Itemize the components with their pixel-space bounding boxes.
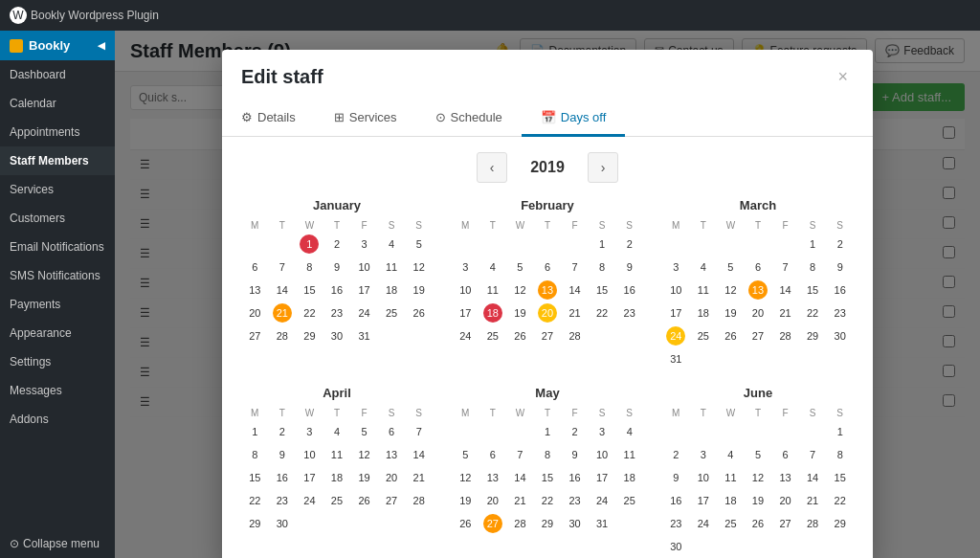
calendar-day[interactable]: 9 [269, 443, 297, 466]
calendar-day[interactable]: 29 [826, 512, 854, 535]
calendar-day[interactable]: 13 [241, 279, 269, 301]
calendar-day[interactable]: 1 [296, 233, 323, 256]
calendar-day[interactable]: 14 [771, 279, 799, 301]
calendar-day[interactable]: 18 [378, 279, 406, 301]
calendar-day[interactable]: 27 [534, 324, 562, 347]
calendar-day[interactable]: 28 [771, 324, 799, 347]
calendar-day[interactable]: 21 [405, 466, 433, 489]
calendar-day[interactable]: 14 [269, 279, 297, 301]
calendar-day[interactable]: 5 [717, 256, 745, 279]
calendar-day[interactable]: 8 [799, 256, 827, 279]
calendar-day[interactable]: 1 [534, 420, 562, 443]
calendar-day[interactable]: 17 [452, 301, 479, 324]
calendar-day[interactable]: 5 [745, 443, 772, 466]
calendar-day[interactable]: 11 [717, 466, 745, 489]
calendar-day[interactable]: 24 [662, 324, 690, 347]
calendar-day[interactable]: 26 [745, 512, 772, 535]
calendar-day[interactable]: 2 [662, 443, 690, 466]
calendar-day[interactable]: 29 [296, 324, 323, 347]
tab-details[interactable]: ⚙ Details [222, 100, 315, 137]
calendar-day[interactable]: 3 [452, 256, 479, 279]
calendar-day[interactable]: 9 [561, 443, 589, 466]
sidebar-brand[interactable]: Bookly ◀ [0, 31, 115, 60]
calendar-day[interactable]: 30 [323, 324, 351, 347]
calendar-day[interactable]: 8 [534, 443, 562, 466]
calendar-day[interactable]: 26 [506, 324, 534, 347]
calendar-day[interactable]: 25 [717, 512, 745, 535]
calendar-day[interactable]: 19 [745, 489, 772, 512]
calendar-day[interactable]: 27 [378, 489, 406, 512]
calendar-day[interactable]: 12 [717, 279, 745, 301]
calendar-day[interactable]: 12 [745, 466, 772, 489]
calendar-day[interactable]: 27 [771, 512, 799, 535]
calendar-day[interactable]: 16 [323, 279, 351, 301]
calendar-day[interactable]: 12 [405, 256, 433, 279]
calendar-day[interactable]: 18 [323, 466, 351, 489]
calendar-day[interactable]: 28 [799, 512, 827, 535]
calendar-day[interactable]: 26 [717, 324, 745, 347]
calendar-day[interactable]: 9 [615, 256, 643, 279]
calendar-day[interactable]: 24 [296, 489, 323, 512]
sidebar-collapse-menu[interactable]: ⊙ Collapse menu [0, 529, 115, 558]
calendar-day[interactable]: 29 [799, 324, 827, 347]
calendar-day[interactable]: 5 [506, 256, 534, 279]
calendar-day[interactable]: 9 [323, 256, 351, 279]
calendar-day[interactable]: 31 [589, 512, 616, 535]
calendar-day[interactable]: 11 [378, 256, 406, 279]
calendar-day[interactable]: 17 [296, 466, 323, 489]
calendar-day[interactable]: 6 [771, 443, 799, 466]
tab-schedule[interactable]: ⊙ Schedule [416, 100, 522, 137]
calendar-day[interactable]: 23 [323, 301, 351, 324]
calendar-day[interactable]: 11 [690, 279, 718, 301]
calendar-day[interactable]: 20 [745, 301, 772, 324]
calendar-day[interactable]: 25 [378, 301, 406, 324]
calendar-day[interactable]: 14 [405, 443, 433, 466]
calendar-day[interactable]: 22 [589, 301, 616, 324]
calendar-day[interactable]: 6 [378, 420, 406, 443]
calendar-day[interactable]: 7 [506, 443, 534, 466]
sidebar-item-customers[interactable]: Customers [0, 204, 115, 233]
calendar-day[interactable]: 22 [799, 301, 827, 324]
calendar-day[interactable]: 17 [690, 489, 718, 512]
calendar-day[interactable]: 10 [296, 443, 323, 466]
calendar-day[interactable]: 29 [534, 512, 562, 535]
calendar-day[interactable]: 28 [561, 324, 589, 347]
calendar-day[interactable]: 21 [771, 301, 799, 324]
calendar-day[interactable]: 21 [561, 301, 589, 324]
sidebar-item-email-notifications[interactable]: Email Notifications [0, 233, 115, 261]
calendar-day[interactable]: 23 [561, 489, 589, 512]
calendar-day[interactable]: 16 [269, 466, 297, 489]
calendar-day[interactable]: 17 [589, 466, 616, 489]
calendar-day[interactable]: 4 [615, 420, 643, 443]
calendar-day[interactable]: 20 [534, 301, 562, 324]
calendar-day[interactable]: 29 [241, 512, 269, 535]
modal-close-button[interactable]: × [832, 65, 854, 89]
calendar-day[interactable]: 16 [662, 489, 690, 512]
calendar-day[interactable]: 1 [589, 233, 616, 256]
calendar-day[interactable]: 19 [452, 489, 479, 512]
calendar-day[interactable]: 16 [615, 279, 643, 301]
calendar-day[interactable]: 25 [479, 324, 507, 347]
calendar-day[interactable]: 20 [378, 466, 406, 489]
calendar-day[interactable]: 15 [826, 466, 854, 489]
calendar-day[interactable]: 8 [589, 256, 616, 279]
sidebar-item-staff-members[interactable]: Staff Members [0, 146, 115, 175]
calendar-day[interactable]: 30 [826, 324, 854, 347]
calendar-day[interactable]: 28 [269, 324, 297, 347]
calendar-day[interactable]: 1 [799, 233, 827, 256]
sidebar-item-sms-notifications[interactable]: SMS Notifications [0, 261, 115, 290]
calendar-day[interactable]: 24 [350, 301, 378, 324]
calendar-day[interactable]: 14 [799, 466, 827, 489]
calendar-day[interactable]: 15 [534, 466, 562, 489]
calendar-day[interactable]: 24 [690, 512, 718, 535]
tab-days-off[interactable]: 📅 Days off [522, 100, 625, 137]
calendar-day[interactable]: 12 [350, 443, 378, 466]
calendar-day[interactable]: 14 [561, 279, 589, 301]
calendar-day[interactable]: 10 [350, 256, 378, 279]
calendar-day[interactable]: 23 [615, 301, 643, 324]
calendar-day[interactable]: 18 [615, 466, 643, 489]
calendar-day[interactable]: 2 [323, 233, 351, 256]
calendar-day[interactable]: 4 [323, 420, 351, 443]
calendar-day[interactable]: 30 [269, 512, 297, 535]
next-year-button[interactable]: › [588, 152, 618, 183]
